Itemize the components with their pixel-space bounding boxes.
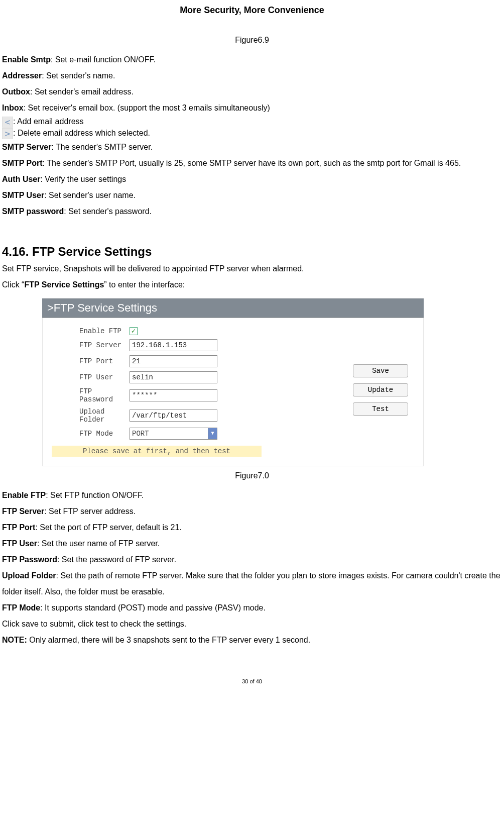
smtp-def-outbox: Outbox: Set sender's email address. — [2, 84, 502, 100]
smtp-def-server: SMTP Server: The sender's SMTP server. — [2, 139, 502, 155]
ftp-intro-2: Click “FTP Service Settings” to enter th… — [2, 277, 502, 293]
desc: : Set FTP server address. — [44, 507, 136, 516]
term: Addresser — [2, 71, 42, 80]
term: Inbox — [2, 104, 24, 112]
desc: : It supports standard (POST) mode and p… — [40, 603, 266, 612]
ftp-def-upload-folder: Upload Folder: Set the path of remote FT… — [2, 568, 502, 600]
section-heading-ftp: 4.16. FTP Service Settings — [2, 245, 502, 259]
desc: : Set sender's name. — [42, 71, 115, 80]
ftp-port-input[interactable] — [130, 355, 217, 367]
update-button[interactable]: Update — [353, 383, 408, 396]
label-ftp-user: FTP User — [52, 373, 130, 381]
term: Enable Smtp — [2, 55, 51, 64]
ftp-settings-screenshot: >FTP Service Settings Enable FTP ✓ FTP S… — [42, 298, 424, 466]
term: Auth User — [2, 175, 40, 183]
label-ftp-password: FTP Password — [52, 387, 130, 403]
ftp-password-input[interactable] — [130, 389, 217, 401]
chevron-left-icon: < — [2, 117, 13, 128]
test-button[interactable]: Test — [353, 402, 408, 416]
ftp-mode-value: PORT — [132, 430, 149, 438]
smtp-def-user: SMTP User: Set sender's user name. — [2, 187, 502, 203]
ftp-intro-1: Set FTP service, Snapshots will be deliv… — [2, 261, 502, 277]
title-text: FTP Service Settings — [54, 301, 157, 314]
smtp-def-port: SMTP Port: The sender's SMTP Port, usual… — [2, 155, 502, 171]
term: FTP Mode — [2, 603, 40, 612]
label-upload-folder: Upload Folder — [52, 407, 130, 424]
term: FTP Port — [2, 523, 35, 532]
term: Upload Folder — [2, 571, 56, 580]
ftp-def-user: FTP User: Set the user name of FTP serve… — [2, 536, 502, 552]
desc: : Set the password of FTP server. — [57, 555, 176, 564]
ui-titlebar: >FTP Service Settings — [42, 298, 424, 318]
ftp-def-server: FTP Server: Set FTP server address. — [2, 503, 502, 520]
label-ftp-mode: FTP Mode — [52, 430, 130, 438]
desc: : Set e-mail function ON/OFF. — [51, 55, 156, 64]
upload-folder-input[interactable] — [130, 410, 217, 422]
smtp-def-auth: Auth User: Verify the user settings — [2, 171, 502, 187]
bold: FTP Service Settings — [24, 280, 104, 289]
desc: : The sender's SMTP Port, usually is 25,… — [43, 159, 461, 167]
smtp-def-inbox: Inbox: Set receiver's email box. (suppor… — [2, 100, 502, 116]
term: SMTP Port — [2, 159, 43, 167]
ftp-def-mode: FTP Mode: It supports standard (POST) mo… — [2, 600, 502, 616]
term: SMTP Server — [2, 143, 51, 151]
desc: : The sender's SMTP server. — [51, 143, 153, 151]
page-header: More Security, More Convenience — [2, 0, 502, 31]
desc: : Set sender's password. — [64, 207, 152, 216]
ftp-mode-select[interactable]: PORT ▼ — [130, 428, 217, 440]
smtp-def-addresser: Addresser: Set sender's name. — [2, 68, 502, 84]
hint-bar: Please save at first, and then test — [52, 446, 262, 457]
row-ftp-mode: FTP Mode PORT ▼ — [52, 428, 414, 440]
ftp-def-enable: Enable FTP: Set FTP function ON/OFF. — [2, 487, 502, 503]
button-stack: Save Update Test — [353, 364, 408, 416]
note-desc: Only alarmed, there will be 3 snapshots … — [27, 636, 310, 644]
ftp-post-1: Click save to submit, click test to chec… — [2, 616, 502, 632]
term: FTP User — [2, 539, 37, 548]
desc: : Verify the user settings — [40, 175, 126, 183]
add-email-desc: : Add email address — [13, 117, 84, 126]
ftp-def-password: FTP Password: Set the password of FTP se… — [2, 552, 502, 568]
ftp-server-input[interactable] — [130, 339, 217, 351]
label-ftp-server: FTP Server — [52, 341, 130, 349]
desc: : Set the port of FTP server, default is… — [35, 523, 181, 532]
ftp-def-port: FTP Port: Set the port of FTP server, de… — [2, 520, 502, 536]
title-prefix: > — [47, 301, 54, 314]
save-button[interactable]: Save — [353, 364, 408, 377]
txt: Click “ — [2, 280, 24, 289]
chevron-down-icon: ▼ — [208, 428, 217, 439]
term: Outbox — [2, 87, 30, 96]
chevron-right-icon: > — [2, 128, 13, 139]
desc: : Set the path of remote FTP server. Mak… — [2, 571, 500, 596]
delete-email-desc: : Delete email address which selected. — [13, 129, 150, 137]
ftp-user-input[interactable] — [130, 371, 217, 383]
enable-ftp-checkbox[interactable]: ✓ — [130, 327, 138, 335]
page-footer: 30 of 40 — [2, 678, 502, 690]
ftp-note: NOTE: Only alarmed, there will be 3 snap… — [2, 632, 502, 648]
desc: : Set the user name of FTP server. — [37, 539, 160, 548]
add-email-row: <: Add email address — [2, 116, 502, 128]
figure-6-9-caption: Figure6.9 — [2, 36, 502, 45]
desc: : Set sender's email address. — [30, 87, 134, 96]
figure-7-0-caption: Figure7.0 — [2, 471, 502, 480]
desc: : Set FTP function ON/OFF. — [46, 491, 144, 499]
desc: : Set sender's user name. — [44, 191, 136, 199]
row-ftp-server: FTP Server — [52, 339, 414, 351]
term: FTP Password — [2, 555, 57, 564]
smtp-def-password: SMTP password: Set sender's password. — [2, 203, 502, 220]
label-enable-ftp: Enable FTP — [52, 327, 130, 335]
smtp-def-enable: Enable Smtp: Set e-mail function ON/OFF. — [2, 52, 502, 68]
row-enable-ftp: Enable FTP ✓ — [52, 327, 414, 335]
term: Enable FTP — [2, 491, 46, 499]
term: SMTP password — [2, 207, 64, 216]
term: SMTP User — [2, 191, 44, 199]
txt2: ” to enter the interface: — [104, 280, 185, 289]
delete-email-row: >: Delete email address which selected. — [2, 128, 502, 139]
term: FTP Server — [2, 507, 44, 516]
note-term: NOTE: — [2, 636, 27, 644]
label-ftp-port: FTP Port — [52, 357, 130, 365]
desc: : Set receiver's email box. (support the… — [24, 104, 270, 112]
